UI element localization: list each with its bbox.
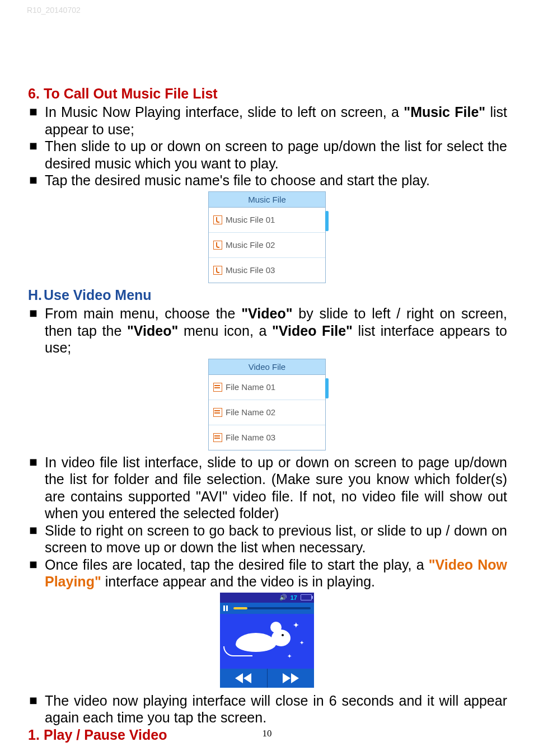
square-bullet-icon: ◼	[27, 305, 45, 356]
heading-6: 6. To Call Out Music File List	[27, 85, 507, 102]
video-file-list-widget: Video File File Name 01 File Name 02 Fil…	[208, 359, 326, 450]
square-bullet-icon: ◼	[27, 104, 45, 138]
text: Slide to right on screen to go back to p…	[45, 522, 507, 556]
list-item-label: File Name 01	[226, 382, 275, 392]
square-bullet-icon: ◼	[27, 556, 45, 590]
list-item-label: Music File 01	[226, 215, 275, 224]
list-item[interactable]: File Name 02	[209, 400, 325, 425]
heading-6-title: To Call Out Music File List	[44, 85, 218, 102]
scroll-indicator[interactable]	[325, 378, 329, 398]
text: From main menu, choose the	[45, 306, 241, 321]
bold-text: "Music File"	[404, 104, 485, 120]
video-player-widget: 🔊 17 ✦ ✦ ✦	[220, 593, 314, 688]
post-video-bullet-3: ◼ Once files are located, tap the desire…	[27, 556, 507, 590]
text: In Music Now Playing interface, slide to…	[45, 104, 404, 120]
volume-level: 17	[291, 594, 297, 601]
list-item[interactable]: Music File 03	[209, 258, 325, 283]
rewind-icon	[235, 673, 251, 683]
list-item[interactable]: Music File 01	[209, 208, 325, 233]
music-file-icon	[213, 241, 222, 250]
text: The video now playing interface will clo…	[45, 692, 507, 726]
rewind-button[interactable]	[220, 669, 267, 688]
progress-track[interactable]	[233, 607, 311, 609]
section6-bullet-3: ◼ Tap the desired music name's file to c…	[27, 172, 507, 189]
heading-6-number: 6.	[27, 85, 44, 102]
header-code: R10_20140702	[27, 6, 81, 15]
heading-h: H. Use Video Menu	[27, 287, 507, 304]
forward-button[interactable]	[267, 669, 315, 688]
forward-icon	[283, 673, 299, 683]
music-file-list-widget: Music File Music File 01 Music File 02 M…	[208, 191, 326, 283]
text: interface appear and the video is in pla…	[101, 574, 375, 589]
heading-h-letter: H.	[27, 287, 44, 304]
video-file-icon	[213, 433, 222, 442]
square-bullet-icon: ◼	[27, 138, 45, 172]
square-bullet-icon: ◼	[27, 172, 45, 189]
list-item-label: File Name 03	[226, 433, 275, 442]
post-video-bullet-2: ◼ Slide to right on screen to go back to…	[27, 522, 507, 556]
heading-h-title: Use Video Menu	[44, 287, 152, 304]
music-file-icon	[213, 266, 222, 275]
text: In video file list interface, slide to u…	[45, 454, 507, 522]
list-item-label: Music File 02	[226, 240, 275, 250]
bold-text: "Video"	[127, 323, 178, 339]
music-list-header: Music File	[209, 192, 325, 208]
video-file-icon	[213, 408, 222, 417]
text: Once files are located, tap the desired …	[45, 557, 429, 572]
player-progress-bar[interactable]	[220, 603, 314, 614]
video-frame[interactable]: ✦ ✦ ✦	[220, 614, 314, 669]
sectionH-bullet-1: ◼ From main menu, choose the "Video" by …	[27, 305, 507, 356]
bold-text: "Video File"	[272, 323, 353, 339]
list-item-label: File Name 02	[226, 407, 275, 417]
list-item-label: Music File 03	[226, 265, 275, 275]
text: Then slide to up or down on screen to pa…	[45, 138, 507, 172]
post-player-bullet-1: ◼ The video now playing interface will c…	[27, 692, 507, 726]
page-number: 10	[0, 728, 534, 739]
section6-bullet-2: ◼ Then slide to up or down on screen to …	[27, 138, 507, 172]
square-bullet-icon: ◼	[27, 522, 45, 556]
pause-icon[interactable]	[223, 605, 229, 611]
video-file-icon	[213, 383, 222, 392]
player-controls	[220, 669, 314, 688]
text: menu icon, a	[178, 323, 272, 339]
scroll-indicator[interactable]	[325, 211, 329, 231]
player-status-bar: 🔊 17	[220, 593, 314, 603]
list-item[interactable]: Music File 02	[209, 233, 325, 258]
list-item[interactable]: File Name 03	[209, 425, 325, 450]
video-list-header: Video File	[209, 359, 325, 375]
page-content: 6. To Call Out Music File List ◼ In Musi…	[27, 85, 507, 745]
music-file-icon	[213, 215, 222, 224]
section6-bullet-1: ◼ In Music Now Playing interface, slide …	[27, 104, 507, 138]
battery-icon	[301, 594, 312, 600]
bold-text: "Video"	[241, 306, 292, 321]
list-item[interactable]: File Name 01	[209, 375, 325, 400]
text: Tap the desired music name's file to cho…	[45, 172, 507, 189]
post-video-bullet-1: ◼ In video file list interface, slide to…	[27, 454, 507, 522]
square-bullet-icon: ◼	[27, 454, 45, 522]
volume-icon: 🔊	[279, 594, 287, 601]
square-bullet-icon: ◼	[27, 692, 45, 726]
